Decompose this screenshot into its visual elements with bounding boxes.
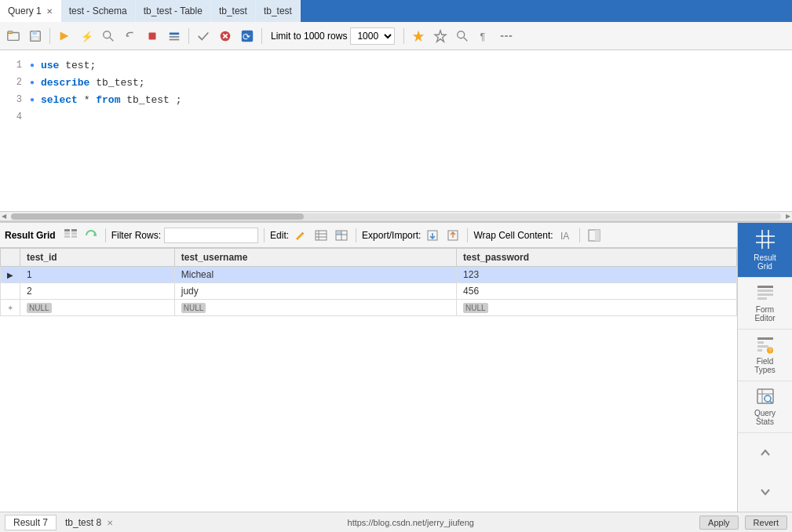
svg-line-9	[110, 37, 114, 41]
tab-query1-close[interactable]: ✕	[46, 7, 53, 16]
line-dot-2: ●	[30, 78, 35, 87]
horizontal-scrollbar[interactable]: ◀ ▶	[0, 211, 792, 220]
bottom-tab-tb_test8-label: tb_test 8	[65, 517, 101, 528]
query-editor[interactable]: 1 ● use test; 2 ● describe tb_test; 3 ● …	[0, 50, 792, 223]
export-btn[interactable]	[424, 227, 441, 244]
svg-point-21	[458, 31, 465, 38]
svg-rect-46	[595, 230, 600, 241]
wrap-btn[interactable]: IA	[557, 227, 574, 244]
check-btn[interactable]	[193, 26, 214, 46]
para-btn[interactable]: ¶	[474, 26, 495, 46]
svg-marker-20	[435, 30, 446, 41]
panel-query-stats-label: QueryStats	[754, 409, 776, 426]
svg-rect-11	[170, 32, 180, 35]
import-btn[interactable]	[444, 227, 462, 244]
stop-btn[interactable]	[142, 26, 162, 46]
cell-password-null[interactable]: NULL	[457, 300, 737, 316]
filter-label: Filter Rows:	[111, 230, 161, 241]
scroll-thumb[interactable]	[11, 213, 304, 220]
search2-btn[interactable]	[452, 26, 473, 46]
open-file-btn[interactable]	[3, 26, 24, 46]
tab-tb_test-table[interactable]: tb_test - Table	[136, 0, 211, 22]
toggle-btn[interactable]	[164, 26, 184, 46]
tab-tb_test-table-label: tb_test - Table	[144, 5, 203, 16]
panel-form-editor-btn[interactable]: FormEditor	[738, 278, 792, 330]
svg-point-8	[104, 31, 111, 38]
limit-dropdown[interactable]: 1000 500 100	[350, 27, 395, 45]
line-num-3: 3	[6, 94, 22, 105]
apply-btn[interactable]: Apply	[699, 516, 739, 530]
tab-tb_test-2[interactable]: tb_test	[256, 0, 301, 22]
refresh-btn[interactable]: ⟳	[237, 26, 257, 46]
cell-password-1[interactable]: 123	[457, 267, 737, 283]
svg-rect-57	[757, 341, 764, 344]
bookmark-btn[interactable]	[430, 26, 451, 46]
scroll-right-btn[interactable]: ▶	[784, 213, 792, 220]
panel-result-grid-label: ResultGrid	[754, 253, 776, 271]
cell-id-1[interactable]: 1	[20, 267, 175, 283]
col-test_password[interactable]: test_password	[457, 249, 737, 267]
bottom-tab-tb_test8[interactable]: tb_test 8 ✕	[57, 515, 122, 530]
save-btn[interactable]	[25, 26, 46, 46]
line-code-3: select * from tb_test ;	[41, 94, 181, 106]
tab-bar: Query 1 ✕ test - Schema tb_test - Table …	[0, 0, 792, 22]
panel-result-grid-btn[interactable]: ResultGrid	[738, 223, 792, 278]
tab-tb_test-2-label: tb_test	[264, 5, 292, 16]
table-header-row: test_id test_username test_password	[1, 249, 737, 267]
col-test_username[interactable]: test_username	[174, 249, 456, 267]
editor-line-2: 2 ● describe tb_test;	[0, 74, 792, 91]
table-row-null[interactable]: ✦ NULL NULL NULL	[1, 300, 737, 316]
svg-rect-53	[757, 290, 773, 292]
col-test_id[interactable]: test_id	[20, 249, 175, 267]
export-label: Export/Import:	[362, 230, 421, 241]
star-btn[interactable]	[408, 26, 429, 46]
revert-btn[interactable]: Revert	[745, 516, 787, 530]
more-btn[interactable]	[496, 26, 516, 46]
cell-username-2[interactable]: judy	[174, 283, 456, 300]
explain-btn[interactable]: ⚡	[76, 26, 97, 46]
tab-test-schema-label: test - Schema	[69, 5, 127, 16]
scroll-left-btn[interactable]: ◀	[0, 213, 8, 220]
edit-label: Edit:	[270, 230, 289, 241]
line-code-1: use test;	[41, 60, 96, 71]
svg-rect-13	[170, 38, 180, 40]
cell-id-null[interactable]: NULL	[20, 300, 175, 316]
tab-test-schema[interactable]: test - Schema	[61, 0, 136, 22]
panel-field-types-btn[interactable]: ? FieldTypes	[738, 330, 792, 381]
tab-query1[interactable]: Query 1 ✕	[0, 0, 61, 22]
result-grid-icon-btn[interactable]	[62, 227, 79, 244]
line-num-4: 4	[6, 111, 22, 122]
table-row[interactable]: 2 judy 456	[1, 283, 737, 300]
edit-multi-btn[interactable]	[333, 227, 350, 244]
panel-query-stats-btn[interactable]: QueryStats	[738, 381, 792, 433]
form-editor-panel-icon	[756, 283, 775, 302]
cancel-btn[interactable]	[215, 26, 235, 46]
line-dot-1: ●	[30, 61, 35, 70]
panel-scroll-down-btn[interactable]	[738, 472, 792, 512]
edit-pencil-btn[interactable]	[292, 227, 309, 244]
line-code-2: describe tb_test;	[41, 77, 145, 89]
undo-btn[interactable]	[120, 26, 141, 46]
bottom-tab-result7[interactable]: Result 7	[5, 515, 57, 530]
toggle-panel-btn[interactable]	[586, 227, 603, 244]
panel-scroll-up-btn[interactable]	[738, 433, 792, 472]
cell-username-1[interactable]: Micheal	[174, 267, 456, 283]
limit-label: Limit to 1000 rows	[271, 31, 347, 42]
execute-btn[interactable]	[54, 26, 75, 46]
result-table: test_id test_username test_password ▶ 1 …	[0, 248, 737, 316]
cell-password-2[interactable]: 456	[457, 283, 737, 300]
data-grid[interactable]: test_id test_username test_password ▶ 1 …	[0, 248, 737, 512]
bottom-tab-tb_test8-close[interactable]: ✕	[107, 519, 113, 527]
field-types-panel-icon: ?	[756, 335, 775, 354]
table-row[interactable]: ▶ 1 Micheal 123	[1, 267, 737, 283]
svg-rect-12	[170, 36, 180, 38]
edit-table-btn[interactable]	[312, 227, 330, 244]
row-arrow-2	[1, 283, 20, 300]
bottom-url: https://blog.csdn.net/jerry_jiufeng	[348, 518, 474, 527]
cell-username-null[interactable]: NULL	[174, 300, 456, 316]
search-btn[interactable]	[98, 26, 119, 46]
filter-input[interactable]	[164, 228, 258, 243]
tab-tb_test-1[interactable]: tb_test	[211, 0, 256, 22]
filter-refresh-btn[interactable]	[82, 227, 100, 244]
cell-id-2[interactable]: 2	[20, 283, 175, 300]
